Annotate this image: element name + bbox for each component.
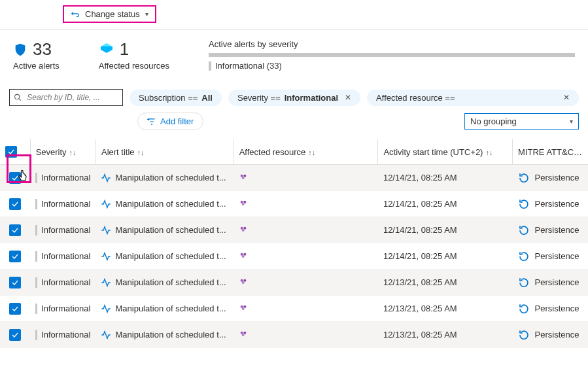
filter-subscription-value: All bbox=[201, 93, 213, 103]
activity-time-cell: 12/13/21, 08:25 AM bbox=[378, 322, 513, 348]
add-filter-button[interactable]: Add filter bbox=[137, 113, 203, 130]
column-header-severity[interactable]: Severity↑↓ bbox=[30, 139, 95, 165]
alert-title-text: Manipulation of scheduled t... bbox=[115, 277, 226, 287]
select-all-checkbox[interactable] bbox=[5, 146, 17, 158]
severity-mark bbox=[35, 277, 37, 288]
severity-mark bbox=[35, 225, 37, 236]
shield-icon bbox=[13, 41, 27, 58]
row-checkbox[interactable] bbox=[9, 198, 21, 210]
table-row[interactable]: InformationalManipulation of scheduled t… bbox=[0, 165, 588, 191]
tactic-cell: Persistence bbox=[518, 172, 583, 184]
reply-icon bbox=[71, 10, 80, 19]
alert-title-cell[interactable]: Manipulation of scheduled t... bbox=[101, 251, 228, 262]
filter-pill-severity[interactable]: Severity == Informational ✕ bbox=[228, 90, 360, 106]
column-header-checkbox[interactable] bbox=[0, 139, 30, 165]
svg-point-8 bbox=[244, 201, 247, 203]
table-row[interactable]: InformationalManipulation of scheduled t… bbox=[0, 296, 588, 322]
svg-point-4 bbox=[241, 175, 243, 177]
affected-resources-stat: 1 Affected resources bbox=[99, 39, 169, 71]
alert-title-cell[interactable]: Manipulation of scheduled t... bbox=[101, 173, 228, 183]
severity-block: Active alerts by severity Informational … bbox=[209, 39, 575, 71]
svg-point-24 bbox=[242, 334, 245, 336]
tactic-text: Persistence bbox=[535, 199, 579, 209]
filter-affected-label: Affected resource == bbox=[376, 93, 455, 103]
change-status-button[interactable]: Change status ▾ bbox=[63, 5, 156, 23]
table-row[interactable]: InformationalManipulation of scheduled t… bbox=[0, 322, 588, 348]
active-alerts-label: Active alerts bbox=[13, 61, 60, 71]
active-alerts-count: 33 bbox=[33, 39, 52, 60]
table-row[interactable]: InformationalManipulation of scheduled t… bbox=[0, 217, 588, 243]
alert-title-text: Manipulation of scheduled t... bbox=[115, 330, 226, 340]
severity-text: Informational bbox=[41, 304, 90, 313]
row-checkbox[interactable] bbox=[9, 224, 21, 236]
severity-title: Active alerts by severity bbox=[209, 39, 575, 49]
close-icon[interactable]: ✕ bbox=[345, 93, 351, 102]
alert-title-cell[interactable]: Manipulation of scheduled t... bbox=[101, 277, 228, 288]
activity-time-cell: 12/14/21, 08:25 AM bbox=[378, 165, 513, 191]
svg-point-15 bbox=[242, 255, 245, 258]
severity-cell: Informational bbox=[35, 199, 90, 209]
severity-bar bbox=[209, 53, 575, 57]
alert-title-cell[interactable]: Manipulation of scheduled t... bbox=[101, 225, 228, 236]
tactic-cell: Persistence bbox=[518, 224, 583, 236]
severity-text: Informational bbox=[41, 199, 90, 209]
severity-legend: Informational (33) bbox=[209, 61, 575, 71]
persistence-icon bbox=[518, 198, 530, 210]
severity-swatch bbox=[209, 61, 211, 71]
alert-title-cell[interactable]: Manipulation of scheduled t... bbox=[101, 199, 228, 209]
search-box[interactable] bbox=[9, 89, 123, 106]
column-header-alert-title[interactable]: Alert title↑↓ bbox=[95, 139, 233, 165]
svg-line-1 bbox=[19, 99, 21, 101]
persistence-icon bbox=[518, 172, 530, 184]
sort-icon: ↑↓ bbox=[137, 149, 145, 156]
filter-pill-subscription[interactable]: Subscription == All bbox=[130, 90, 222, 106]
active-alerts-stat: 33 Active alerts bbox=[13, 39, 60, 71]
grouping-select[interactable]: No grouping ▾ bbox=[464, 113, 579, 130]
row-checkbox[interactable] bbox=[9, 172, 21, 184]
alert-title-text: Manipulation of scheduled t... bbox=[115, 173, 226, 183]
row-checkbox[interactable] bbox=[9, 251, 21, 262]
sort-icon: ↑↓ bbox=[308, 149, 315, 156]
severity-mark bbox=[35, 173, 37, 183]
table-row[interactable]: InformationalManipulation of scheduled t… bbox=[0, 191, 588, 217]
alert-title-cell[interactable]: Manipulation of scheduled t... bbox=[101, 304, 228, 314]
svg-point-5 bbox=[244, 175, 247, 177]
add-filter-label: Add filter bbox=[160, 116, 194, 126]
filter-pill-affected-resource[interactable]: Affected resource == ✕ bbox=[367, 90, 579, 106]
svg-point-9 bbox=[242, 203, 245, 205]
severity-cell: Informational bbox=[35, 277, 90, 288]
activity-time-cell: 12/14/21, 08:25 AM bbox=[378, 243, 513, 270]
table-row[interactable]: InformationalManipulation of scheduled t… bbox=[0, 270, 588, 296]
close-icon[interactable]: ✕ bbox=[563, 93, 570, 102]
activity-icon bbox=[101, 251, 111, 262]
activity-icon bbox=[101, 277, 111, 288]
alert-title-text: Manipulation of scheduled t... bbox=[115, 199, 226, 209]
sort-icon: ↑↓ bbox=[485, 149, 493, 156]
row-checkbox[interactable] bbox=[9, 277, 21, 288]
table-row[interactable]: InformationalManipulation of scheduled t… bbox=[0, 243, 588, 270]
severity-cell: Informational bbox=[35, 330, 90, 340]
column-header-mitre[interactable]: MITRE ATT&CK® t... bbox=[513, 139, 588, 165]
activity-icon bbox=[101, 173, 111, 183]
add-filter-icon bbox=[147, 117, 156, 126]
alert-title-cell[interactable]: Manipulation of scheduled t... bbox=[101, 330, 228, 340]
chevron-down-icon: ▾ bbox=[570, 118, 573, 125]
tactic-cell: Persistence bbox=[518, 277, 583, 288]
severity-mark bbox=[35, 251, 37, 262]
severity-cell: Informational bbox=[35, 304, 90, 314]
tactic-text: Persistence bbox=[535, 304, 579, 313]
search-input[interactable] bbox=[26, 92, 118, 103]
activity-icon bbox=[101, 304, 111, 314]
tactic-text: Persistence bbox=[535, 330, 579, 340]
svg-point-20 bbox=[244, 306, 247, 308]
filter-severity-label: Severity == bbox=[237, 93, 281, 103]
column-header-activity-start[interactable]: Activity start time (UTC+2)↑↓ bbox=[378, 139, 513, 165]
column-header-affected-resource[interactable]: Affected resource↑↓ bbox=[233, 139, 378, 165]
row-checkbox[interactable] bbox=[9, 329, 21, 341]
severity-text: Informational bbox=[41, 251, 90, 261]
alerts-table: Severity↑↓ Alert title↑↓ Affected resour… bbox=[0, 139, 588, 348]
resource-icon bbox=[239, 198, 249, 208]
persistence-icon bbox=[518, 277, 530, 288]
row-checkbox[interactable] bbox=[9, 303, 21, 315]
resource-icon bbox=[239, 171, 249, 182]
